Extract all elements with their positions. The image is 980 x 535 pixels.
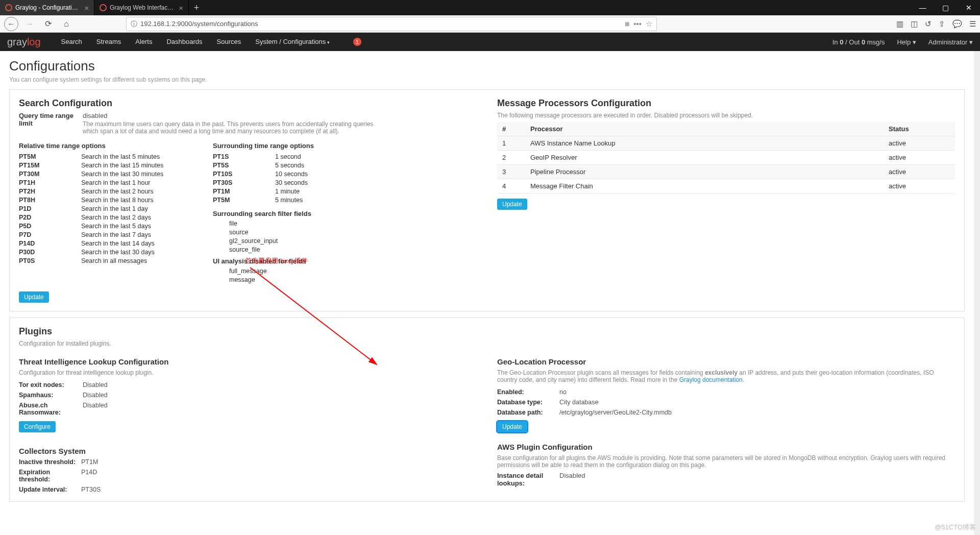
limit-label: Query time range limit <box>19 112 83 135</box>
nav-streams[interactable]: Streams <box>96 38 121 46</box>
kv-row: Database type:City database <box>497 399 955 406</box>
kv-row: Spamhaus:Disabled <box>19 392 477 399</box>
library-icon[interactable]: ▥ <box>896 19 903 29</box>
kv-row: Database path:/etc/graylog/server/GeoLit… <box>497 409 955 416</box>
plugins-sub: Configuration for installed plugins. <box>19 340 955 347</box>
favicon-icon <box>5 4 12 11</box>
collectors-title: Collectors System <box>19 447 477 455</box>
relative-option: P30DSearch in the last 30 days <box>19 248 192 257</box>
nav-system[interactable]: System / Configurations <box>255 38 330 46</box>
close-window-icon[interactable]: ✕ <box>957 0 980 15</box>
history-icon[interactable]: ↺ <box>925 19 932 29</box>
relative-option: P7DSearch in the last 7 days <box>19 231 192 239</box>
geo-title: Geo-Location Processor <box>497 357 955 366</box>
surround-option: PT1M1 minute <box>213 187 314 196</box>
col-status: Status <box>884 122 955 136</box>
disabled-field: message <box>213 276 314 284</box>
minimize-icon[interactable]: — <box>911 0 934 15</box>
processors-title: Message Processors Configuration <box>497 98 955 109</box>
user-menu[interactable]: Administrator ▾ <box>928 38 973 46</box>
url-text: 192.168.1.2:9000/system/configurations <box>140 20 621 28</box>
throughput: In 0 / Out 0 msg/s <box>832 38 885 46</box>
update-processors-button[interactable]: Update <box>497 199 527 210</box>
threat-sub: Configuration for threat intelligence lo… <box>19 369 477 376</box>
surround-title: Surrounding time range options <box>213 142 314 150</box>
processors-table: # Processor Status 1AWS Instance Name Lo… <box>497 122 955 193</box>
config-panel: Search Configuration Query time range li… <box>9 89 965 311</box>
relative-option: PT1HSearch in the last 1 hour <box>19 179 192 187</box>
filter-field: source_file <box>213 246 314 254</box>
col-num: # <box>497 122 525 136</box>
configure-threat-button[interactable]: Configure <box>19 421 56 432</box>
doc-link[interactable]: Graylog documentation <box>679 376 743 383</box>
disabled-field: full_message <box>213 267 314 276</box>
reload-button[interactable]: ⟳ <box>41 17 55 31</box>
kv-row: Inactive threshold:PT1M <box>19 458 477 466</box>
table-row: 2GeoIP Resolveractive <box>497 151 955 165</box>
limit-desc: The maximum time users can query data in… <box>83 120 374 135</box>
relative-option: PT15MSearch in the last 15 minutes <box>19 161 192 170</box>
close-icon[interactable]: × <box>84 4 89 12</box>
forward-button[interactable]: → <box>22 17 37 31</box>
search-config-title: Search Configuration <box>19 98 477 109</box>
sidebar-icon[interactable]: ◫ <box>911 19 918 29</box>
notification-badge[interactable]: 1 <box>353 38 361 46</box>
filter-field: gl2_source_input <box>213 237 314 246</box>
limit-value: disabled <box>83 112 374 119</box>
new-tab-button[interactable]: + <box>189 0 204 15</box>
surround-option: PT1S1 second <box>213 153 314 161</box>
qr-icon[interactable]: ▦ <box>625 21 629 27</box>
relative-title: Relative time range options <box>19 142 192 150</box>
bookmark-icon[interactable]: ☆ <box>646 19 652 29</box>
page-title: Configurations <box>9 58 965 74</box>
kv-row: Enabled:no <box>497 388 955 396</box>
home-button[interactable]: ⌂ <box>59 17 74 31</box>
table-row: 4Message Filter Chainactive <box>497 179 955 193</box>
back-button[interactable]: ← <box>4 17 18 31</box>
logo[interactable]: graylog <box>7 36 41 48</box>
browser-tab[interactable]: Graylog Web Interface - Gra... × <box>94 0 189 15</box>
nav-alerts[interactable]: Alerts <box>135 38 152 46</box>
nav-dashboards[interactable]: Dashboards <box>166 38 202 46</box>
kv-row: Update interval:PT30S <box>19 486 477 493</box>
page-subtitle: You can configure system settings for di… <box>9 76 965 83</box>
relative-option: PT5MSearch in the last 5 minutes <box>19 153 192 161</box>
filter-title: Surrounding search filter fields <box>213 210 314 217</box>
relative-option: P14DSearch in the last 14 days <box>19 239 192 248</box>
browser-tab[interactable]: Graylog - Configurations × <box>0 0 94 15</box>
url-bar[interactable]: ⓘ 192.168.1.2:9000/system/configurations… <box>126 17 657 31</box>
more-icon[interactable]: ••• <box>633 19 642 28</box>
update-geo-button[interactable]: Update <box>497 421 527 432</box>
table-row: 3Pipeline Processoractive <box>497 165 955 179</box>
kv-row: Abuse.ch Ransomware:Disabled <box>19 402 477 416</box>
aws-key: Instance detail lookups: <box>497 472 559 487</box>
app-navbar: graylog Search Streams Alerts Dashboards… <box>0 33 980 51</box>
chat-icon[interactable]: 💬 <box>952 19 962 29</box>
surround-option: PT5M5 minutes <box>213 196 314 205</box>
nav-search[interactable]: Search <box>61 38 82 46</box>
favicon-icon <box>100 4 107 11</box>
table-row: 1AWS Instance Name Lookupactive <box>497 136 955 151</box>
maximize-icon[interactable]: ▢ <box>934 0 957 15</box>
surround-option: PT30S30 seconds <box>213 179 314 187</box>
filter-field: file <box>213 220 314 228</box>
kv-row: Expiration threshold:P14D <box>19 469 477 483</box>
relative-option: PT30MSearch in the last 30 minutes <box>19 170 192 179</box>
processors-sub: The following message processors are exe… <box>497 112 955 119</box>
menu-icon[interactable]: ☰ <box>969 19 976 29</box>
watermark: @51CTO博客 <box>935 523 976 532</box>
surround-option: PT5S5 seconds <box>213 161 314 170</box>
col-processor: Processor <box>525 122 884 136</box>
nav-sources[interactable]: Sources <box>217 38 241 46</box>
help-menu[interactable]: Help ▾ <box>897 38 916 46</box>
kv-row: Tor exit nodes:Disabled <box>19 381 477 388</box>
info-icon[interactable]: ⓘ <box>131 19 137 29</box>
plugins-title: Plugins <box>19 326 955 337</box>
geo-desc: The Geo-Location Processor plugin scans … <box>497 369 955 383</box>
threat-title: Threat Intelligence Lookup Configuration <box>19 357 477 366</box>
plugins-panel: Plugins Configuration for installed plug… <box>9 318 965 502</box>
share-icon[interactable]: ⇪ <box>939 19 945 29</box>
close-icon[interactable]: × <box>179 4 183 12</box>
tab-title: Graylog Web Interface - Gra... <box>110 4 176 11</box>
update-search-button[interactable]: Update <box>19 291 49 303</box>
